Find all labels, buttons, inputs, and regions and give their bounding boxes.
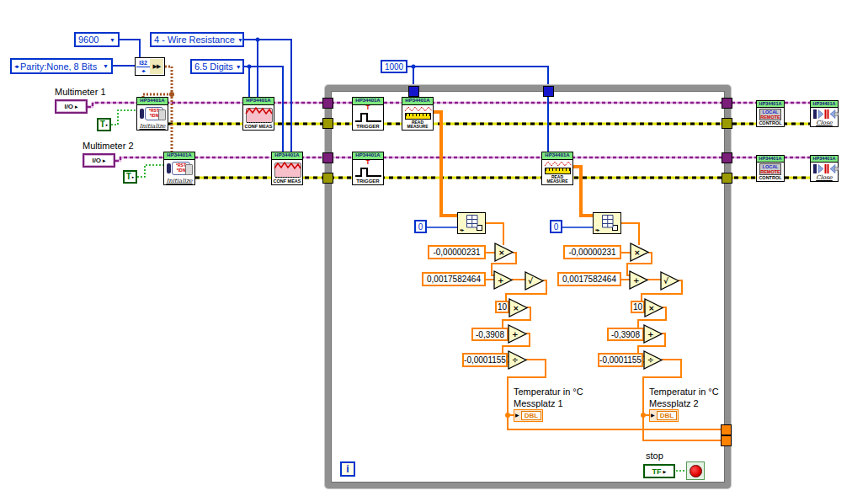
temperature-label-1: Temperatur in °C Messplatz 1 <box>514 386 583 409</box>
baud-rate-ring[interactable]: 9600 ▼ <box>74 32 120 47</box>
index-array-node-2[interactable]: ▪·▸ <box>593 212 621 234</box>
array-grid-icon <box>602 215 614 228</box>
multiply-node[interactable]: × <box>509 298 529 318</box>
dropdown-arrow-icon: ▼ <box>109 37 115 43</box>
measurement-function-ring[interactable]: 4 - Wire Resistance ▼ <box>150 32 244 47</box>
connector-glyph-icon <box>140 109 144 119</box>
tunnel-visa-out-1[interactable] <box>722 98 732 109</box>
tunnel-visa-in-1[interactable] <box>322 98 333 109</box>
resolution-digits-ring[interactable]: 6.5 Digits ▼ <box>190 59 244 74</box>
true-constant-2[interactable]: T ▸ <box>123 170 137 184</box>
vi-local-remote-control-2[interactable]: HP34401A LOCAL REMOTE CONTROL <box>756 155 785 182</box>
svg-text:×: × <box>513 304 519 312</box>
stop-boolean-terminal[interactable]: TF ▶ <box>643 464 675 478</box>
stop-label: stop <box>646 451 663 461</box>
coefficient-constant[interactable]: 10 <box>631 301 645 313</box>
svg-text:+: + <box>647 330 654 339</box>
terminal-arrow-icon: ▸ <box>103 157 106 164</box>
disconnect-icon <box>812 109 838 120</box>
svg-text:√: √ <box>663 277 669 285</box>
coefficient-constant[interactable]: -0,3908 <box>471 328 509 341</box>
coefficient-constant[interactable]: -0,0001155 <box>462 353 508 367</box>
coefficient-constant[interactable]: -0,00000231 <box>563 245 621 259</box>
coefficient-constant[interactable]: 10 <box>495 301 509 313</box>
vi-read-measurement-2[interactable]: HP34401A READ MEASURE <box>541 152 573 185</box>
coefficient-constant[interactable]: -0,0001155 <box>598 353 643 367</box>
svg-text:√: √ <box>528 277 534 285</box>
square-root-node[interactable]: √ <box>525 271 545 291</box>
svg-text:÷: ÷ <box>512 356 519 365</box>
pulse-icon <box>354 112 383 124</box>
visa-resource-control-1[interactable]: I/O ▸ <box>55 99 88 114</box>
dashed-line-icon <box>247 122 270 123</box>
vi-close-1[interactable]: HP34401A Close <box>810 100 839 127</box>
dbl-indicator-1[interactable]: ▶ DBL <box>514 409 543 422</box>
range-arrows-icon: ◂▸ <box>136 67 150 74</box>
labview-block-diagram: i 9600 ▼ ◂▸ Parity:None, 8 Bits ▼ 4 - Wi… <box>0 0 868 496</box>
coefficient-constant[interactable]: -0,00000231 <box>428 245 486 259</box>
coefficient-constant[interactable]: 0,0017582464 <box>557 272 621 286</box>
multiply-node[interactable]: × <box>644 298 664 318</box>
ruler-icon <box>405 113 431 120</box>
svg-text:×: × <box>498 248 505 257</box>
vi-initialize-1[interactable]: HP34401A *RST*IDN Initialize <box>136 97 168 131</box>
vi-trigger-1[interactable]: HP34401A T TRIGGER <box>352 97 384 131</box>
vi-configure-measurement-1[interactable]: HP34401A CONF MEAS <box>242 97 274 131</box>
vi-local-remote-control-1[interactable]: HP34401A LOCAL REMOTE CONTROL <box>756 100 785 127</box>
index-array-node-1[interactable]: ▪·▸ <box>457 212 486 234</box>
add-node[interactable]: + <box>508 324 528 344</box>
true-constant-1[interactable]: T ▸ <box>97 118 111 131</box>
tunnel-error-in-2[interactable] <box>322 173 333 184</box>
add-node[interactable]: + <box>643 324 663 344</box>
tunnel-timeout-2[interactable] <box>543 86 554 97</box>
tunnel-timeout-1[interactable] <box>408 86 419 97</box>
divide-node[interactable]: ÷ <box>643 350 663 371</box>
multiply-node[interactable]: × <box>494 243 514 263</box>
coefficient-constant[interactable]: 0,0017582464 <box>422 272 486 286</box>
dbl-indicator-2[interactable]: ▶ DBL <box>649 409 679 422</box>
tunnel-visa-out-2[interactable] <box>722 152 732 163</box>
svg-text:×: × <box>648 304 655 312</box>
vi-read-measurement-1[interactable]: HP34401A READ MEASURE <box>402 97 434 131</box>
add-node[interactable]: + <box>493 270 514 291</box>
vi-trigger-2[interactable]: HP34401A T TRIGGER <box>352 152 384 185</box>
tunnel-visa-in-2[interactable] <box>322 152 333 163</box>
divide-node[interactable]: ÷ <box>508 350 528 371</box>
disconnect-icon <box>812 163 838 174</box>
sine-wave-icon <box>544 160 572 168</box>
add-node[interactable]: + <box>629 270 649 291</box>
index-glyph-icon: ▪·▸ <box>460 227 463 232</box>
tunnel-error-out-1[interactable] <box>722 118 732 129</box>
svg-text:×: × <box>634 248 641 257</box>
index-constant-1[interactable]: 0 <box>414 220 427 233</box>
terminal-arrow-icon: ▶ <box>663 469 667 474</box>
stop-button-icon <box>690 465 702 477</box>
instrument-glyph-icon <box>158 109 166 120</box>
trigger-t-label: T <box>353 159 383 166</box>
timeout-constant[interactable]: 1000 <box>381 60 407 73</box>
i32-type-label: I32 <box>136 59 150 67</box>
index-constant-2[interactable]: 0 <box>550 220 562 233</box>
dropdown-arrow-icon: ▼ <box>237 37 243 43</box>
trigger-t-label: T <box>353 104 383 111</box>
parity-ring[interactable]: ◂▸ Parity:None, 8 Bits ▼ <box>10 58 113 74</box>
serial-config-node[interactable]: I32 ◂▸ ▶▶ <box>135 57 165 76</box>
multiply-node[interactable]: × <box>630 243 650 263</box>
sine-wave-icon <box>404 105 433 113</box>
visa-resource-control-2[interactable]: I/O ▸ <box>83 153 115 168</box>
tunnel-temperature-2[interactable] <box>721 435 732 446</box>
tunnel-error-out-2[interactable] <box>722 173 732 184</box>
tunnel-error-in-1[interactable] <box>322 118 333 129</box>
vi-banner: HP34401A <box>243 98 274 105</box>
coefficient-constant[interactable]: -0,3908 <box>607 328 644 341</box>
terminal-arrow-icon: ▸ <box>75 104 78 110</box>
vi-initialize-2[interactable]: HP34401A *RST*IDN Initialize <box>163 152 195 185</box>
tunnel-temperature-1[interactable] <box>721 424 732 435</box>
vi-banner: HP34401A <box>811 156 838 163</box>
vi-close-2[interactable]: HP34401A Close <box>810 155 839 182</box>
vi-banner: HP34401A <box>757 156 784 163</box>
square-root-node[interactable]: √ <box>660 271 680 291</box>
vi-configure-measurement-2[interactable]: HP34401A CONF MEAS <box>271 152 303 185</box>
loop-iteration-terminal[interactable]: i <box>340 461 355 477</box>
stop-button[interactable] <box>686 461 705 480</box>
